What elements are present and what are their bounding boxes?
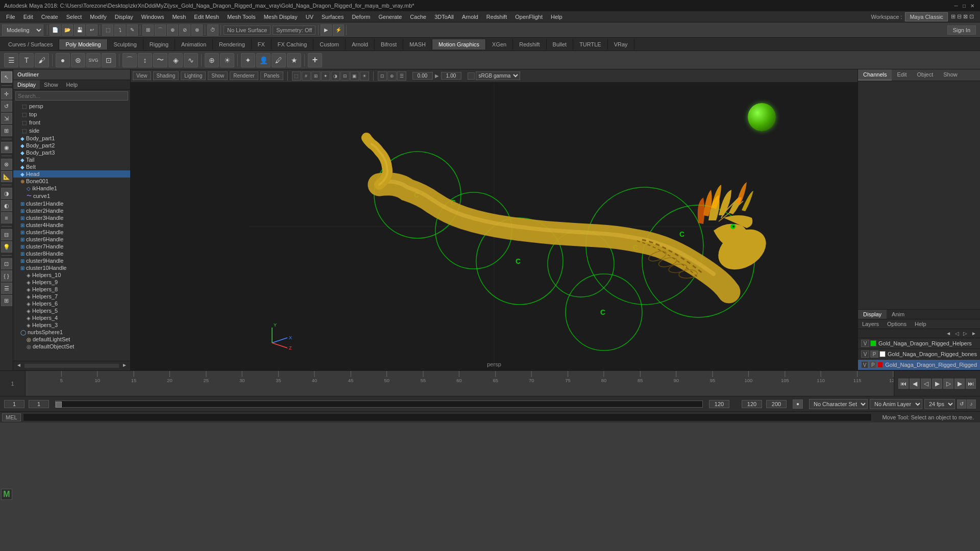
cb-tab-channels[interactable]: Channels <box>858 69 892 81</box>
attribute-editor-tool[interactable]: ⊞ <box>1 295 12 306</box>
vp-view-menu[interactable]: View <box>133 71 151 80</box>
tree-item-helpers4[interactable]: ◈ Helpers_4 <box>13 314 130 321</box>
paint-weights-icon[interactable]: 🖊 <box>272 53 286 67</box>
create-light-tool[interactable]: 💡 <box>1 241 12 253</box>
tab-sculpting[interactable]: Sculpting <box>108 39 143 49</box>
layer-nav-prev[interactable]: ◄ <box>944 330 952 337</box>
vp-colorspace-icon[interactable] <box>468 72 475 80</box>
menu-openflight[interactable]: OpenFlight <box>511 13 547 21</box>
layer-v-rigged[interactable]: V <box>861 361 868 368</box>
light-icon[interactable]: ☀ <box>220 53 234 67</box>
layer-item-helpers[interactable]: V Gold_Naga_Dragon_Rigged_Helpers <box>858 338 980 349</box>
audio-btn[interactable]: ♪ <box>967 399 976 409</box>
vp-lighting-menu[interactable]: Lighting <box>181 71 206 80</box>
lp-sub-options[interactable]: Options <box>885 320 909 328</box>
skin-icon[interactable]: 👤 <box>256 53 271 67</box>
outliner-scroll-right[interactable]: ► <box>120 362 129 369</box>
time-slider[interactable] <box>55 400 703 408</box>
vp-frame-value[interactable] <box>412 72 433 80</box>
prev-key-btn[interactable]: ◁ <box>921 379 931 389</box>
go-end-btn[interactable]: ⏭ <box>966 379 976 389</box>
render-region-tool[interactable]: ⊟ <box>1 229 12 240</box>
lattice-icon[interactable]: ⊡ <box>102 53 116 67</box>
tree-item-tail[interactable]: ◆ Tail <box>13 156 130 163</box>
tree-item-curve1[interactable]: 〜 curve1 <box>13 192 130 200</box>
menu-redshift[interactable]: Redshift <box>482 13 511 21</box>
symmetry-button[interactable]: Symmetry: Off <box>273 26 315 35</box>
next-key-btn[interactable]: ▷ <box>943 379 953 389</box>
shading-tool[interactable]: ◐ <box>1 200 12 211</box>
close-button[interactable]: ✕ <box>969 2 976 9</box>
menu-select[interactable]: Select <box>62 13 86 21</box>
measure-tool[interactable]: 📐 <box>1 171 12 182</box>
menu-edit-mesh[interactable]: Edit Mesh <box>190 13 223 21</box>
next-frame-btn[interactable]: ▶ <box>954 379 965 389</box>
svg-icon[interactable]: SVG <box>86 53 101 67</box>
outliner-tab-help[interactable]: Help <box>62 80 82 89</box>
viewport-canvas[interactable]: C C C C C C <box>131 83 857 370</box>
menu-file[interactable]: File <box>2 13 19 21</box>
tab-poly-modeling[interactable]: Poly Modeling <box>59 39 107 49</box>
rotate-tool[interactable]: ↺ <box>1 101 12 112</box>
tree-item-nurbssphere1[interactable]: ◯ nurbsSphere1 <box>13 329 130 336</box>
tree-item-cluster10[interactable]: ⊞ cluster10Handle <box>13 264 130 271</box>
transform-tool[interactable]: ⊞ <box>1 125 12 136</box>
open-file-button[interactable]: 📂 <box>62 24 73 36</box>
menu-display[interactable]: Display <box>111 13 137 21</box>
layer-v-helpers[interactable]: V <box>861 340 869 347</box>
time-slider-handle[interactable] <box>56 402 62 408</box>
channel-box-tool[interactable]: ☰ <box>1 283 12 294</box>
outliner-scrollbar[interactable] <box>24 364 119 368</box>
go-start-btn[interactable]: ⏮ <box>898 379 909 389</box>
tree-item-bone001[interactable]: ⊕ Bone001 <box>13 178 130 185</box>
layer-v-bones[interactable]: V <box>861 350 869 358</box>
layer-nav-next2[interactable]: ▷ <box>962 330 969 337</box>
paint-icon[interactable]: 🖌 <box>35 53 49 67</box>
tree-item-cluster6[interactable]: ⊞ cluster6Handle <box>13 236 130 243</box>
vp-camera-btn[interactable]: ⬚ <box>292 71 301 81</box>
menu-uv[interactable]: UV <box>302 13 317 21</box>
layout-buttons[interactable]: ⊞ ⊟ ⊠ ⊡ <box>951 13 974 20</box>
outliner-tab-display[interactable]: Display <box>13 80 40 89</box>
vp-show-menu[interactable]: Show <box>208 71 228 80</box>
select-mode-button[interactable]: ⬚ <box>102 24 113 36</box>
tab-turtle[interactable]: TURTLE <box>573 39 608 49</box>
vp-colorspace-select[interactable]: sRGB gamma Linear <box>476 71 520 80</box>
new-file-button[interactable]: 📄 <box>50 24 61 36</box>
vp-wire-btn[interactable]: ⊟ <box>340 71 350 81</box>
tree-item-ikhandle1[interactable]: ◇ ikHandle1 <box>13 185 130 192</box>
snap-together-tool[interactable]: ⊗ <box>1 159 12 170</box>
frame-end-input[interactable] <box>742 400 762 408</box>
script-editor-tool[interactable]: { } <box>1 270 12 282</box>
menu-generate[interactable]: Generate <box>374 13 406 21</box>
tab-xgen[interactable]: XGen <box>486 39 513 49</box>
lp-tab-anim[interactable]: Anim <box>887 310 910 319</box>
menu-deform[interactable]: Deform <box>348 13 374 21</box>
outliner-icon[interactable]: ☰ <box>4 53 18 67</box>
flare-icon[interactable]: ◈ <box>168 53 183 67</box>
outliner-search-input[interactable] <box>15 91 128 101</box>
snap-view-button[interactable]: ⊘ <box>179 24 190 36</box>
star-icon[interactable]: ★ <box>287 53 301 67</box>
workspace-selector[interactable]: Maya Classic <box>905 12 947 21</box>
tree-item-top[interactable]: ⬚ top <box>13 110 130 118</box>
undo-button[interactable]: ↩ <box>86 24 97 36</box>
tree-item-body-part1[interactable]: ◆ Body_part1 <box>13 135 130 142</box>
snap-curve-button[interactable]: ⌒ <box>155 24 166 36</box>
layer-nav-next[interactable]: ► <box>970 330 978 337</box>
menu-mesh[interactable]: Mesh <box>168 13 190 21</box>
tree-item-cluster7[interactable]: ⊞ cluster7Handle <box>13 243 130 250</box>
sign-in-button[interactable]: Sign In <box>947 26 976 35</box>
render-button[interactable]: ▶ <box>321 24 332 36</box>
vp-grid-btn[interactable]: # <box>302 71 311 81</box>
tab-rendering[interactable]: Rendering <box>213 39 252 49</box>
tree-item-helpers3[interactable]: ◈ Helpers_3 <box>13 321 130 329</box>
layer-p-bones[interactable]: P <box>870 350 878 358</box>
menu-help[interactable]: Help <box>547 13 567 21</box>
snap-grid-button[interactable]: ⊞ <box>142 24 154 36</box>
move-tool[interactable]: ✛ <box>1 88 12 99</box>
vp-renderer-menu[interactable]: Renderer <box>230 71 258 80</box>
loop-btn[interactable]: ↺ <box>957 399 966 409</box>
tab-bifrost[interactable]: Bifrost <box>375 39 403 49</box>
prev-frame-btn[interactable]: ◀ <box>910 379 920 389</box>
